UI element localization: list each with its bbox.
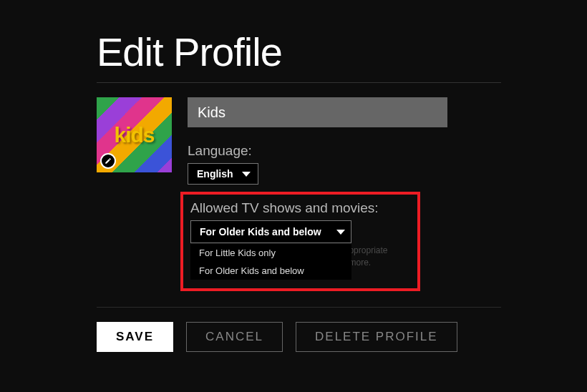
maturity-dropdown: For Little Kids only For Older Kids and … — [190, 244, 351, 280]
maturity-selected-value: For Older Kids and below — [200, 226, 321, 237]
page-title: Edit Profile — [97, 29, 501, 75]
cancel-button[interactable]: CANCEL — [186, 322, 283, 352]
maturity-select[interactable]: For Older Kids and below — [190, 220, 351, 243]
divider — [97, 307, 501, 308]
language-label: Language: — [188, 143, 501, 159]
maturity-section-highlight: Allowed TV shows and movies: This profil… — [180, 192, 420, 291]
profile-avatar[interactable]: kids — [97, 97, 172, 172]
language-select[interactable]: English — [188, 163, 258, 185]
delete-profile-button[interactable]: DELETE PROFILE — [296, 322, 457, 352]
save-button[interactable]: SAVE — [97, 322, 173, 352]
chevron-down-icon — [242, 172, 251, 177]
language-selected-value: English — [197, 168, 233, 180]
pencil-icon — [105, 157, 112, 165]
profile-name-input[interactable] — [188, 97, 447, 127]
edit-avatar-button[interactable] — [100, 153, 116, 169]
avatar-label: kids — [114, 123, 154, 147]
chevron-down-icon — [336, 230, 345, 235]
divider — [97, 82, 501, 83]
maturity-label: Allowed TV shows and movies: — [190, 200, 409, 216]
maturity-option[interactable]: For Older Kids and below — [190, 262, 351, 280]
maturity-option[interactable]: For Little Kids only — [190, 244, 351, 262]
